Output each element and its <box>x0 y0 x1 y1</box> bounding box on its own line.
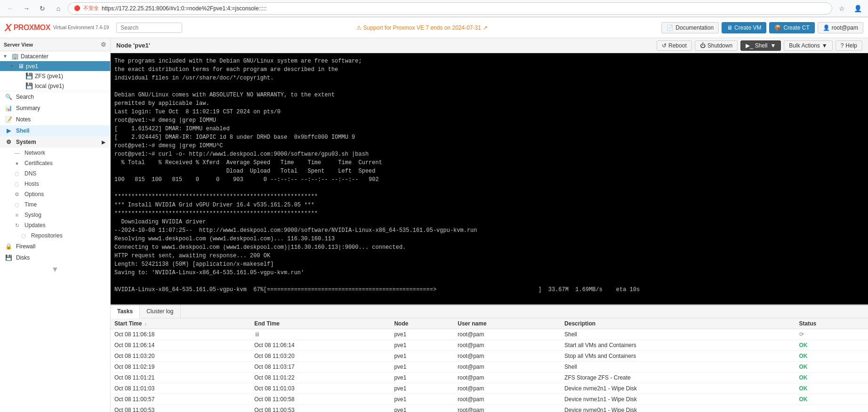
sidebar-item-dns[interactable]: ◌ DNS <box>0 168 110 179</box>
header-search-input[interactable] <box>116 23 182 33</box>
sidebar: Server View ⚙ ▼ 🏢 Datacenter ▼ 🖥 pve1 💾 … <box>0 38 111 412</box>
sidebar-item-notes[interactable]: 📝 Notes <box>0 114 110 125</box>
reboot-button[interactable]: ↺ Reboot <box>657 40 692 51</box>
sidebar-item-certificates[interactable]: ● Certificates <box>0 158 110 168</box>
task-end-time: Oct 08 11:03:17 <box>250 362 390 372</box>
table-row[interactable]: Oct 08 11:00:57 Oct 08 11:00:58 pve1 roo… <box>111 394 868 405</box>
updates-label: Updates <box>24 222 46 229</box>
shutdown-button[interactable]: ⏻ Shutdown <box>695 40 738 51</box>
profile-button[interactable]: 👤 <box>851 2 864 15</box>
task-description: Device nvme0n1 - Wipe Disk <box>561 405 795 412</box>
sidebar-item-time[interactable]: ◌ Time <box>0 199 110 210</box>
shutdown-icon: ⏻ <box>700 42 706 49</box>
task-description: ZFS Storage ZFS - Create <box>561 372 795 383</box>
sidebar-item-firewall[interactable]: 🔒 Firewall <box>0 241 110 252</box>
table-row[interactable]: Oct 08 11:03:20 Oct 08 11:03:20 pve1 roo… <box>111 351 868 362</box>
sidebar-item-options[interactable]: ⚙ Options <box>0 189 110 199</box>
panel-header: Node 'pve1' ↺ Reboot ⏻ Shutdown ▶_ Shell… <box>111 38 868 53</box>
user-button[interactable]: 👤 root@pam <box>818 22 863 33</box>
task-user: root@pam <box>454 405 561 412</box>
disks-label: Disks <box>16 254 30 261</box>
sidebar-item-syslog[interactable]: ≡ Syslog <box>0 210 110 220</box>
create-ct-button[interactable]: 📦 Create CT <box>769 22 814 33</box>
user-icon: 👤 <box>823 24 830 31</box>
syslog-label: Syslog <box>24 212 41 218</box>
task-description: Shell <box>561 362 795 372</box>
table-row[interactable]: Oct 08 11:06:18 🖥 pve1 root@pam Shell ⟳ <box>111 329 868 340</box>
table-row[interactable]: Oct 08 11:06:14 Oct 08 11:06:14 pve1 roo… <box>111 340 868 351</box>
main-layout: Server View ⚙ ▼ 🏢 Datacenter ▼ 🖥 pve1 💾 … <box>0 38 868 412</box>
col-end-time[interactable]: End Time <box>250 318 390 329</box>
task-description: Stop all VMs and Containers <box>561 351 795 362</box>
sidebar-item-updates[interactable]: ↻ Updates <box>0 220 110 230</box>
tree-item-zfs[interactable]: 💾 ZFS (pve1) <box>0 71 110 81</box>
nav-back-button[interactable]: ← <box>4 2 17 15</box>
sidebar-item-network[interactable]: — Network <box>0 148 110 158</box>
create-vm-icon: 🖥 <box>727 24 732 31</box>
tree-item-pve1[interactable]: ▼ 🖥 pve1 <box>0 61 110 71</box>
shell-action-button[interactable]: ▶_ Shell ▼ <box>740 40 781 51</box>
sidebar-item-disks[interactable]: 💾 Disks <box>0 252 110 263</box>
tree-item-local[interactable]: 💾 local (pve1) <box>0 81 110 91</box>
sidebar-item-hosts[interactable]: ◌ Hosts <box>0 179 110 189</box>
bookmark-button[interactable]: ☆ <box>835 2 848 15</box>
task-node: pve1 <box>390 394 454 405</box>
table-row[interactable]: Oct 08 11:01:03 Oct 08 11:01:03 pve1 roo… <box>111 383 868 394</box>
sidebar-gear-icon[interactable]: ⚙ <box>101 41 106 48</box>
logo-x-icon: X <box>5 22 12 34</box>
nav-forward-button[interactable]: → <box>20 2 33 15</box>
tree-label-zfs: ZFS (pve1) <box>35 73 63 79</box>
sidebar-header: Server View ⚙ <box>0 38 110 51</box>
header-warning[interactable]: ⚠ Support for Proxmox VE 7 ends on 2024-… <box>186 24 658 31</box>
col-status[interactable]: Status <box>796 318 868 329</box>
nav-home-button[interactable]: ⌂ <box>52 2 65 15</box>
notes-label: Notes <box>16 116 31 123</box>
documentation-button[interactable]: 📄 Documentation <box>661 22 719 33</box>
table-row[interactable]: Oct 08 11:02:19 Oct 08 11:03:17 pve1 roo… <box>111 362 868 372</box>
syslog-icon: ≡ <box>13 212 21 218</box>
system-label: System <box>16 139 36 145</box>
task-user: root@pam <box>454 383 561 394</box>
create-vm-button[interactable]: 🖥 Create VM <box>722 22 766 33</box>
table-row[interactable]: Oct 08 11:01:21 Oct 08 11:01:22 pve1 roo… <box>111 372 868 383</box>
task-status <box>796 405 868 412</box>
shutdown-label: Shutdown <box>707 42 732 49</box>
sidebar-item-search[interactable]: 🔍 Search <box>0 91 110 103</box>
tab-tasks[interactable]: Tasks <box>111 305 140 318</box>
zfs-icon: 💾 <box>25 72 33 79</box>
bulk-dropdown-icon: ▼ <box>822 42 828 49</box>
col-description[interactable]: Description <box>561 318 795 329</box>
task-description: Start all VMs and Containers <box>561 340 795 351</box>
task-status: OK <box>796 362 868 372</box>
sidebar-scroll-down[interactable]: ▼ <box>0 263 110 276</box>
table-header-row: Start Time ↓ End Time Node User name Des… <box>111 318 868 329</box>
tree-item-datacenter[interactable]: ▼ 🏢 Datacenter <box>0 51 110 61</box>
terminal-area[interactable]: The programs included with the Debian GN… <box>111 53 868 304</box>
sidebar-item-repositories[interactable]: ◌ Repositories <box>0 230 110 241</box>
security-label: 不安全 <box>83 5 99 12</box>
nav-refresh-button[interactable]: ↻ <box>36 2 49 15</box>
hosts-icon: ◌ <box>13 181 21 187</box>
sidebar-item-shell[interactable]: ▶ Shell <box>0 125 110 136</box>
task-start-time: Oct 08 11:02:19 <box>111 362 250 372</box>
task-node: pve1 <box>390 383 454 394</box>
sidebar-item-summary[interactable]: 📊 Summary <box>0 103 110 114</box>
help-button[interactable]: ? Help <box>836 40 862 51</box>
certificates-icon: ● <box>13 160 21 166</box>
repositories-icon: ◌ <box>20 233 27 239</box>
panel-title: Node 'pve1' <box>116 42 653 49</box>
col-start-time[interactable]: Start Time ↓ <box>111 318 250 329</box>
task-description: Device nvme1n1 - Wipe Disk <box>561 394 795 405</box>
bulk-actions-button[interactable]: Bulk Actions ▼ <box>784 40 832 51</box>
sidebar-item-system[interactable]: ⚙ System ▶ <box>0 136 110 148</box>
system-icon: ⚙ <box>5 139 12 145</box>
col-user[interactable]: User name <box>454 318 561 329</box>
col-node[interactable]: Node <box>390 318 454 329</box>
bottom-panel: Tasks Cluster log Start Time ↓ End Time … <box>111 304 868 412</box>
task-start-time: Oct 08 11:00:53 <box>111 405 250 412</box>
sidebar-title: Server View <box>4 42 33 48</box>
table-row[interactable]: Oct 08 11:00:53 Oct 08 11:00:53 pve1 roo… <box>111 405 868 412</box>
address-bar[interactable]: 🔴 不安全 https://172.22.25.251:8006/#v1:0:=… <box>68 2 832 15</box>
tab-cluster-log[interactable]: Cluster log <box>140 305 180 318</box>
nav-section: 🔍 Search 📊 Summary 📝 Notes ▶ Shell ⚙ Sys… <box>0 91 110 276</box>
